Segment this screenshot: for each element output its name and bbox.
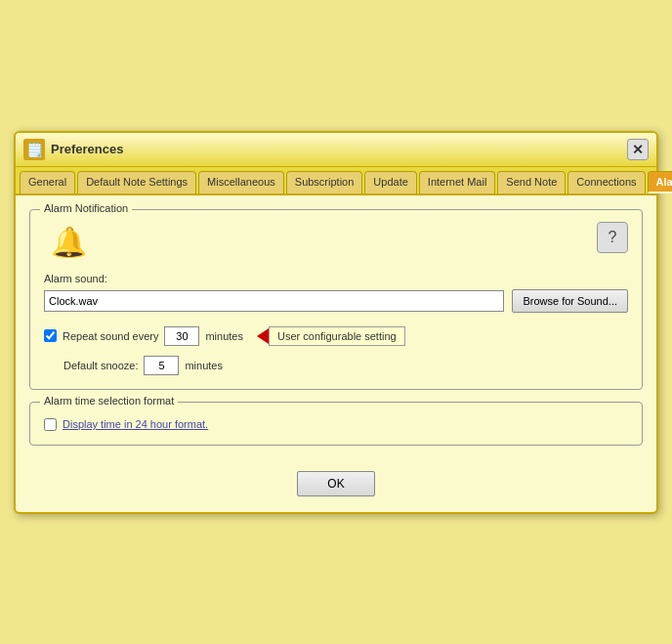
format-checkbox-row: Display time in 24 hour format.: [44, 414, 628, 431]
arrow-icon: [257, 328, 269, 344]
time-format-group: Alarm time selection format Display time…: [29, 402, 643, 446]
tab-misc[interactable]: Miscellaneous: [198, 171, 284, 193]
repeat-label: Repeat sound every: [63, 330, 158, 342]
24hour-format-checkbox[interactable]: [44, 418, 57, 431]
repeat-sound-checkbox[interactable]: [44, 329, 57, 342]
snooze-unit-label: minutes: [185, 360, 223, 371]
alarm-graphic-icon: 🔔: [44, 222, 93, 263]
tab-default-note[interactable]: Default Note Settings: [77, 171, 196, 193]
browse-sound-button[interactable]: Browse for Sound...: [512, 289, 628, 313]
repeat-unit-label: minutes: [205, 330, 243, 342]
title-bar: 🗒️ Preferences ✕: [16, 133, 656, 167]
close-button[interactable]: ✕: [627, 139, 649, 160]
preferences-window: 🗒️ Preferences ✕ General Default Note Se…: [14, 131, 658, 514]
window-title: Preferences: [51, 142, 123, 156]
time-format-legend: Alarm time selection format: [40, 395, 178, 407]
tab-general[interactable]: General: [20, 171, 75, 193]
main-content: Alarm Notification 🔔 ? Alarm sound: Brow…: [16, 195, 656, 459]
tab-subscription[interactable]: Subscription: [286, 171, 363, 193]
snooze-label: Default snooze:: [63, 360, 138, 371]
sound-file-input[interactable]: [44, 290, 504, 312]
alarm-header: 🔔 ?: [44, 222, 628, 263]
alarm-notification-legend: Alarm Notification: [40, 202, 132, 214]
tab-connections[interactable]: Connections: [567, 171, 645, 193]
app-icon: 🗒️: [23, 139, 45, 160]
alarm-sound-label: Alarm sound:: [44, 273, 628, 284]
sound-row: Browse for Sound...: [44, 289, 628, 313]
footer: OK: [16, 459, 656, 512]
tab-bar: General Default Note Settings Miscellane…: [16, 167, 656, 195]
alarm-notification-group: Alarm Notification 🔔 ? Alarm sound: Brow…: [29, 209, 643, 390]
title-bar-left: 🗒️ Preferences: [23, 139, 123, 160]
tab-update[interactable]: Update: [364, 171, 416, 193]
snooze-row: Default snooze: minutes: [44, 356, 628, 375]
tab-send-note[interactable]: Send Note: [497, 171, 566, 193]
tab-alarms[interactable]: Alarms: [648, 171, 673, 193]
callout-text: User configurable setting: [269, 326, 405, 346]
snooze-value-input[interactable]: [144, 356, 179, 375]
tab-internet-mail[interactable]: Internet Mail: [419, 171, 496, 193]
repeat-row: Repeat sound every minutes User configur…: [44, 326, 628, 346]
ok-button[interactable]: OK: [297, 471, 375, 496]
24hour-format-label: Display time in 24 hour format.: [63, 418, 208, 430]
help-button[interactable]: ?: [597, 222, 628, 253]
repeat-value-input[interactable]: [164, 326, 199, 346]
callout-container: User configurable setting: [257, 326, 405, 346]
